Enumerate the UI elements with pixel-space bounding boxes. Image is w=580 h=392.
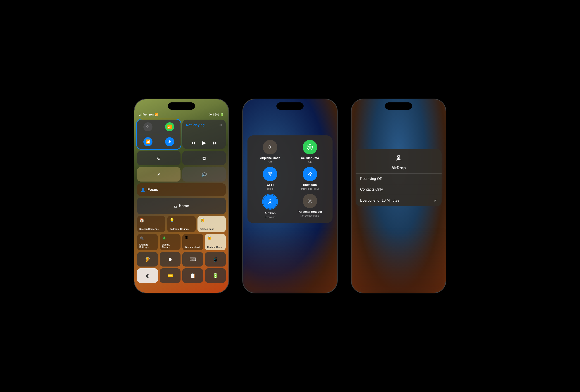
- phone-2: ✈ Airplane Mode Off Cellular Data: [243, 99, 337, 293]
- play-icon[interactable]: ▶: [202, 140, 206, 146]
- dynamic-island-2: [277, 102, 303, 110]
- airplane-mode-btn[interactable]: ✈: [137, 120, 159, 134]
- bluetooth-btn[interactable]: ✱: [159, 134, 181, 149]
- volume-icon: 🔊: [201, 172, 207, 177]
- wifi-item-icon: [263, 167, 277, 181]
- screen-lock-btn[interactable]: ⊕: [137, 151, 180, 165]
- airdrop-receiving-off-item[interactable]: Receiving Off: [356, 174, 441, 184]
- battery-btn[interactable]: 🔋: [205, 268, 226, 283]
- scene-bedroom-ceiling-label: Bedroom Ceiling...: [169, 228, 189, 230]
- location-icon: ➤: [209, 113, 212, 116]
- accessibility-btn[interactable]: ◐: [137, 268, 158, 283]
- hotspot-label: Personal Hotspot: [298, 210, 322, 213]
- svg-point-1: [309, 147, 310, 148]
- wallet-btn[interactable]: 💳: [160, 268, 180, 283]
- cellular-data-label: Cellular Data: [301, 156, 319, 160]
- notes-btn[interactable]: 📋: [182, 268, 203, 283]
- scene-kitchen-island-label: Kitchen Island: [185, 246, 200, 248]
- accessibility-icon: ◐: [146, 273, 149, 278]
- hearing-btn[interactable]: 🦻: [137, 252, 158, 267]
- focus-btn[interactable]: 👤 Focus: [137, 183, 226, 196]
- airplane-mode-label: Airplane Mode: [260, 156, 280, 160]
- airdrop-everyone-item[interactable]: Everyone for 10 Minutes ✓: [356, 195, 441, 206]
- scene-kitchen-island[interactable]: 🏝 Kitchen Island: [182, 234, 203, 250]
- airdrop-menu: AirDrop Receiving Off Contacts Only Ever…: [356, 149, 441, 206]
- scene-laundry-icon: 🔌: [139, 236, 144, 240]
- scene-kitchen-cans[interactable]: 🥫 Kitchen Cans: [197, 216, 226, 232]
- scene-kitchen-island-icon: 🏝: [185, 236, 188, 240]
- home-label: Home: [179, 204, 189, 208]
- keyboard-btn[interactable]: ⌨: [182, 252, 203, 267]
- airdrop-checkmark: ✓: [434, 198, 437, 203]
- remote-icon: 📱: [213, 257, 218, 262]
- hotspot-item[interactable]: Personal Hotspot Not Discoverable: [292, 194, 328, 218]
- scene-laundry-label: Laundry Battery...: [139, 243, 156, 248]
- scene-kitchen-homepr[interactable]: 🏠 Kitchen HomePr...: [137, 216, 165, 232]
- scene-living[interactable]: 🎄 Living... Christ...: [160, 234, 180, 250]
- airdrop-item[interactable]: AirDrop Everyone: [252, 194, 288, 218]
- scene-living-label: Living... Christ...: [162, 243, 178, 248]
- airplane-mode-status: Off: [269, 161, 272, 163]
- screen-mirror-icon: ⧉: [202, 156, 206, 161]
- airdrop-menu-header: AirDrop: [356, 149, 441, 174]
- cellular-data-icon: [303, 140, 317, 154]
- now-playing-title: Not Playing: [186, 123, 205, 127]
- airdrop-menu-icon: [394, 154, 403, 164]
- home-btn[interactable]: ⌂ Home: [137, 198, 226, 214]
- airdrop-contacts-only-item[interactable]: Contacts Only: [356, 184, 441, 195]
- remote-btn[interactable]: 📱: [205, 252, 226, 267]
- brightness-icon: ☀: [157, 172, 161, 177]
- record-icon: ⏺: [168, 257, 172, 262]
- volume-slider[interactable]: 🔊: [182, 167, 226, 182]
- cellular-data-item[interactable]: Cellular Data On: [292, 140, 328, 163]
- airdrop-contacts-only-label: Contacts Only: [360, 188, 383, 192]
- record-btn[interactable]: ⏺: [160, 252, 180, 267]
- wifi-item[interactable]: Wi-Fi Tucks: [252, 167, 288, 190]
- wifi-icon: 📶: [154, 113, 158, 116]
- bluetooth-item-icon: [303, 167, 317, 181]
- airplane-mode-icon: ✈: [263, 140, 277, 154]
- scene-bedroom-ceiling[interactable]: 💡 Bedroom Ceiling...: [167, 216, 195, 232]
- screen-mirror-btn[interactable]: ⧉: [182, 151, 226, 165]
- airdrop-ring: [262, 194, 278, 209]
- airplay-icon[interactable]: ⊕: [219, 123, 222, 127]
- airplane-mode-item[interactable]: ✈ Airplane Mode Off: [252, 140, 288, 163]
- airdrop-menu-title: AirDrop: [391, 166, 406, 170]
- cellular-data-status: On: [308, 161, 312, 163]
- hearing-icon: 🦻: [145, 257, 150, 262]
- svg-point-4: [310, 202, 310, 203]
- svg-point-2: [270, 175, 271, 176]
- scene-laundry[interactable]: 🔌 Laundry Battery...: [137, 234, 158, 250]
- hotspot-status: Not Discoverable: [300, 214, 319, 217]
- signal-bars: [139, 113, 142, 116]
- scene-kitchen-homepr-label: Kitchen HomePr...: [139, 228, 159, 230]
- playback-controls: ⏮ ▶ ⏭: [186, 140, 222, 146]
- hotspot-icon: [303, 194, 317, 208]
- scene-living-icon: 🎄: [162, 236, 166, 240]
- cellular-btn[interactable]: 📶: [159, 120, 181, 134]
- airplane-icon: ✈: [144, 122, 152, 131]
- wifi-signal-icon: 📶: [144, 137, 152, 146]
- cellular-icon: 📶: [165, 122, 174, 131]
- bluetooth-icon: ✱: [165, 137, 174, 146]
- svg-point-5: [398, 155, 400, 158]
- focus-icon: 👤: [141, 188, 145, 192]
- focus-label: Focus: [147, 188, 158, 192]
- fast-forward-icon[interactable]: ⏭: [213, 140, 218, 146]
- rewind-icon[interactable]: ⏮: [190, 140, 195, 146]
- scene-bedroom-ceiling-icon: 💡: [169, 218, 174, 223]
- brightness-slider[interactable]: ☀: [137, 167, 180, 182]
- bluetooth-item[interactable]: Bluetooth MichPods Pro 2: [292, 167, 328, 190]
- airdrop-item-status: Everyone: [265, 216, 275, 218]
- scene-kitchen-cans2[interactable]: 🥫 Kitchen Cans: [205, 234, 226, 250]
- phone-1: Verizon 📶 ➤ 85% 🔋 ✈: [134, 99, 229, 293]
- scene-kitchen-cans2-label: Kitchen Cans: [207, 246, 222, 248]
- carrier-label: Verizon: [143, 113, 153, 116]
- wifi-item-network: Tucks: [267, 188, 274, 190]
- wifi-btn[interactable]: 📶: [137, 134, 159, 149]
- connectivity-block[interactable]: ✈ 📶 📶 ✱: [137, 120, 180, 149]
- battery-icon: 🔋: [220, 113, 224, 116]
- home-icon: ⌂: [174, 203, 177, 209]
- airdrop-everyone-label: Everyone for 10 Minutes: [360, 198, 399, 202]
- wifi-item-label: Wi-Fi: [267, 183, 274, 187]
